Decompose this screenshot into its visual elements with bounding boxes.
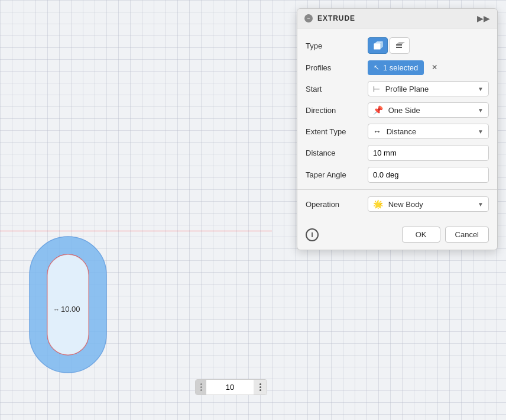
operation-icon: 🌟 xyxy=(373,199,383,209)
direction-chevron-icon: ▼ xyxy=(478,107,484,114)
direction-value: One Side xyxy=(388,106,420,115)
cursor-icon: ↖ xyxy=(374,63,380,72)
bottom-value-input[interactable] xyxy=(206,380,254,395)
type-buttons xyxy=(368,37,489,54)
dimension-value: 10.00 xyxy=(61,305,80,314)
extrude-panel: − EXTRUDE ▶▶ Type xyxy=(297,8,498,250)
type-row: Type xyxy=(297,34,497,57)
direction-row: Direction 📌 One Side ▼ xyxy=(297,99,497,121)
operation-value: New Body xyxy=(388,200,423,209)
taper-angle-control xyxy=(368,167,489,183)
distance-input[interactable] xyxy=(368,145,489,161)
svg-marker-9 xyxy=(396,42,405,44)
operation-control: 🌟 New Body ▼ xyxy=(368,196,489,212)
distance-label: Distance xyxy=(306,148,368,157)
panel-forward-icon[interactable]: ▶▶ xyxy=(477,14,490,23)
extent-type-label: Extent Type xyxy=(306,127,368,136)
panel-header: − EXTRUDE ▶▶ xyxy=(297,9,497,28)
start-value: Profile Plane xyxy=(385,85,429,93)
info-button[interactable]: i xyxy=(306,228,319,241)
distance-control xyxy=(368,145,489,161)
direction-select[interactable]: 📌 One Side ▼ xyxy=(368,102,489,118)
panel-body: Type xyxy=(297,28,497,221)
operation-chevron-icon: ▼ xyxy=(478,201,484,208)
extrude-shape xyxy=(24,231,142,396)
start-control: ⊢ Profile Plane ▼ xyxy=(368,81,489,96)
start-chevron-icon: ▼ xyxy=(478,86,484,92)
type-button-solid[interactable] xyxy=(368,37,388,54)
panel-title: EXTRUDE xyxy=(317,14,355,22)
start-row: Start ⊢ Profile Plane ▼ xyxy=(297,78,497,99)
taper-angle-row: Taper Angle xyxy=(297,164,497,186)
bar-menu-icon[interactable] xyxy=(254,380,267,395)
extent-type-value: Distance xyxy=(387,127,417,136)
extent-type-icon: ↔ xyxy=(373,127,381,136)
panel-collapse-button[interactable]: − xyxy=(304,14,313,22)
extent-type-chevron-icon: ▼ xyxy=(478,128,484,135)
dimension-label: ↔ 10.00 xyxy=(53,305,80,314)
cancel-button[interactable]: Cancel xyxy=(445,227,489,243)
svg-rect-7 xyxy=(396,44,402,46)
extent-type-control: ↔ Distance ▼ xyxy=(368,124,489,139)
taper-angle-label: Taper Angle xyxy=(306,170,368,179)
direction-control: 📌 One Side ▼ xyxy=(368,102,489,118)
profiles-selected-text: 1 selected xyxy=(383,63,418,72)
distance-row: Distance xyxy=(297,142,497,164)
svg-rect-3 xyxy=(374,44,380,49)
start-label: Start xyxy=(306,85,368,93)
svg-rect-8 xyxy=(396,47,402,48)
extent-type-row: Extent Type ↔ Distance ▼ xyxy=(297,121,497,142)
panel-footer: i OK Cancel xyxy=(297,221,497,250)
taper-angle-input[interactable] xyxy=(368,167,489,183)
profiles-row: Profiles ↖ 1 selected × xyxy=(297,57,497,78)
type-button-thin[interactable] xyxy=(390,37,410,54)
ok-button[interactable]: OK xyxy=(402,227,440,243)
operation-label: Operation xyxy=(306,200,368,209)
bottom-input-bar[interactable] xyxy=(195,379,267,395)
start-select[interactable]: ⊢ Profile Plane ▼ xyxy=(368,81,489,96)
operation-select[interactable]: 🌟 New Body ▼ xyxy=(368,196,489,212)
profiles-label: Profiles xyxy=(306,63,368,72)
bar-drag-handle[interactable] xyxy=(196,380,206,395)
extent-type-select[interactable]: ↔ Distance ▼ xyxy=(368,124,489,139)
profiles-clear-button[interactable]: × xyxy=(427,60,442,75)
panel-divider xyxy=(297,189,497,190)
direction-label: Direction xyxy=(306,106,368,115)
type-label: Type xyxy=(306,41,368,50)
profiles-selected-button[interactable]: ↖ 1 selected xyxy=(368,60,424,75)
start-icon: ⊢ xyxy=(373,84,380,93)
operation-row: Operation 🌟 New Body ▼ xyxy=(297,193,497,215)
profiles-control: ↖ 1 selected × xyxy=(368,60,489,75)
footer-buttons: OK Cancel xyxy=(402,227,489,243)
direction-icon: 📌 xyxy=(373,105,383,115)
